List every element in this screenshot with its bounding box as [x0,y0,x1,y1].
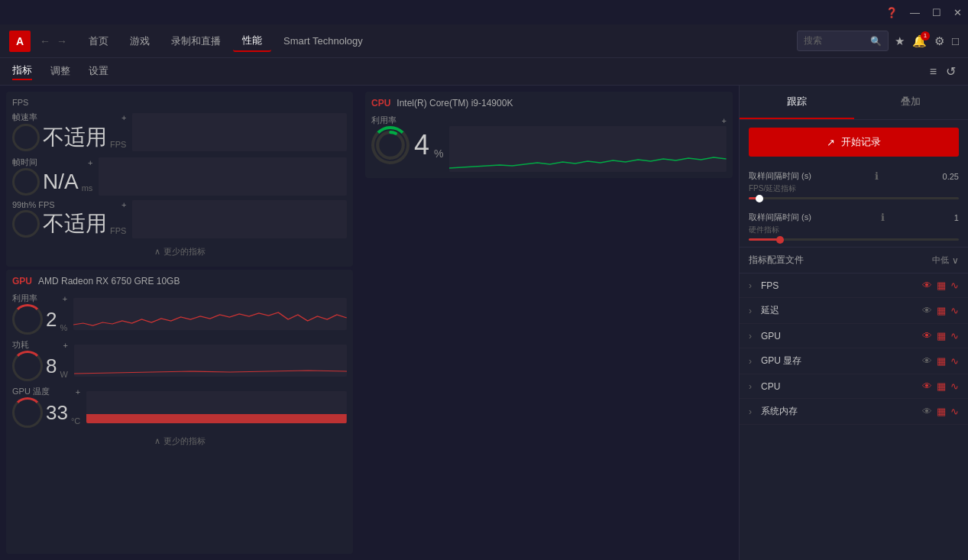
list-item-latency: › 延迟 👁 ▦ ∿ [740,298,968,324]
fps-list-label: FPS [761,280,916,291]
expand-cpu-icon[interactable]: › [749,381,752,392]
gpu-util-add[interactable]: + [63,294,67,303]
nav-performance[interactable]: 性能 [233,31,271,52]
navbar: A ← → 首页 游戏 录制和直播 性能 Smart Technology 搜索… [0,24,968,58]
help-icon[interactable]: ❓ [885,7,898,18]
nav-games[interactable]: 游戏 [121,31,159,51]
gpu-temp-gauge [12,397,43,428]
latency-bar-icon[interactable]: ▦ [937,305,946,316]
gpu-wave-icon[interactable]: ∿ [950,330,959,342]
tab-overlay[interactable]: 叠加 [854,86,969,119]
cpu-value: 4 [414,129,429,161]
latency-list-label: 延迟 [761,304,916,317]
record-button[interactable]: ↗ 开始记录 [749,128,959,157]
fps-eye-icon[interactable]: 👁 [922,280,932,291]
list-item-gpu-vram: › GPU 显存 👁 ▦ ∿ [740,348,968,374]
nav-home[interactable]: 首页 [79,31,118,51]
search-icon: 🔍 [870,36,882,47]
latency-eye-icon[interactable]: 👁 [922,305,932,316]
framerate-add[interactable]: + [121,113,126,122]
list-item-cpu: › CPU 👁 ▦ ∿ [740,374,968,399]
sampling2-info-icon: ℹ [881,212,885,223]
minimize-icon[interactable]: — [910,7,920,18]
maximize-icon[interactable]: ☐ [932,7,941,18]
sampling1-subtitle: FPS/延迟指标 [749,183,959,194]
sampling1-track[interactable] [749,197,959,199]
gpu-vram-bar-icon[interactable]: ▦ [937,355,946,367]
gpu-more-metrics[interactable]: ∧ 更少的指标 [12,432,347,450]
gpu-list-icons: 👁 ▦ ∿ [922,330,959,342]
subnav-settings[interactable]: 设置 [89,64,108,79]
cpu-wave-icon[interactable]: ∿ [950,380,959,392]
expand-fps-icon[interactable]: › [749,280,752,291]
fps-bar-icon[interactable]: ▦ [937,280,946,291]
sys-memory-wave-icon[interactable]: ∿ [950,406,959,417]
svg-rect-3 [73,298,347,330]
frametime-label: 帧时间 + [12,157,92,168]
config-dropdown[interactable]: 中低 ∨ [932,254,959,266]
gpu-temp-chart [86,391,347,423]
list-view-icon[interactable]: ≡ [930,65,937,79]
frametime-add[interactable]: + [88,158,92,167]
subnav: 指标 调整 设置 ≡ ↺ [0,58,968,86]
nav-record[interactable]: 录制和直播 [162,31,230,51]
gpu-header: GPU AMD Radeon RX 6750 GRE 10GB [12,276,347,286]
close-icon[interactable]: ✕ [953,7,962,18]
p99fps-unit: FPS [110,226,126,235]
right-panel: 跟踪 叠加 ↗ 开始记录 取样间隔时间 (s) ℹ 0.25 FPS/延迟指标 … [739,86,968,560]
notifications-icon[interactable]: 🔔 1 [912,34,927,48]
expand-gpu-icon[interactable]: › [749,331,752,342]
sampling1-thumb[interactable] [756,195,763,202]
sampling2-label-row: 取样间隔时间 (s) ℹ 1 [749,212,959,223]
fps-more-metrics[interactable]: ∧ 更少的指标 [12,243,347,261]
expand-gpu-vram-icon[interactable]: › [749,356,752,367]
gpu-vram-eye-icon[interactable]: 👁 [922,355,932,367]
sampling1-label-row: 取样间隔时间 (s) ℹ 0.25 [749,170,959,182]
frametime-row: 帧时间 + N/A ms [12,157,347,196]
sampling2-track[interactable] [749,238,959,241]
fps-wave-icon[interactable]: ∿ [950,280,959,291]
gpu-power-add[interactable]: + [63,341,67,350]
sys-memory-bar-icon[interactable]: ▦ [937,406,946,417]
nav-icon-group: ★ 🔔 1 ⚙ □ [895,34,959,48]
cpu-util-add[interactable]: + [722,116,727,125]
account-icon[interactable]: □ [952,34,959,47]
nav-smart[interactable]: Smart Technology [274,32,372,50]
sampling1-title: 取样间隔时间 (s) [749,170,811,182]
gpu-temp-add[interactable]: + [76,387,80,397]
gpu-bar-icon[interactable]: ▦ [937,330,946,342]
sys-memory-eye-icon[interactable]: 👁 [922,406,932,417]
settings-icon[interactable]: ⚙ [934,34,944,48]
sampling2-thumb[interactable] [776,236,784,244]
latency-wave-icon[interactable]: ∿ [950,305,959,316]
expand-latency-icon[interactable]: › [749,306,752,316]
config-label: 指标配置文件 [749,254,804,267]
subnav-right: ≡ ↺ [930,64,956,79]
cpu-eye-icon[interactable]: 👁 [922,380,932,392]
forward-button[interactable]: → [57,35,67,47]
favorites-icon[interactable]: ★ [895,34,905,48]
refresh-icon[interactable]: ↺ [946,64,956,79]
expand-sys-memory-icon[interactable]: › [749,406,752,417]
gpu-temp-row: GPU 温度 + 33 °C [12,386,347,428]
subnav-tuning[interactable]: 调整 [50,64,70,79]
subnav-metrics[interactable]: 指标 [12,63,32,80]
gpu-power-label: 功耗 + [12,339,68,351]
tab-tracking[interactable]: 跟踪 [740,86,854,119]
svg-rect-1 [99,157,347,196]
cpu-chart [449,126,727,172]
cpu-list-icons: 👁 ▦ ∿ [922,380,959,392]
fps-title: FPS [12,98,347,107]
config-row[interactable]: 指标配置文件 中低 ∨ [740,247,968,274]
cpu-util-label: 利用率 + [371,115,727,126]
cpu-bar-icon[interactable]: ▦ [937,380,946,392]
sampling1-value: 0.25 [943,172,959,181]
gpu-util-label: 利用率 + [12,293,67,304]
gpu-eye-icon[interactable]: 👁 [922,330,932,342]
sampling2-fill [749,238,780,241]
p99fps-add[interactable]: + [121,200,126,209]
back-button[interactable]: ← [40,35,50,47]
gpu-power-row: 功耗 + 8 W [12,339,347,381]
gpu-vram-wave-icon[interactable]: ∿ [950,355,959,367]
search-box[interactable]: 搜索 🔍 [797,31,889,51]
